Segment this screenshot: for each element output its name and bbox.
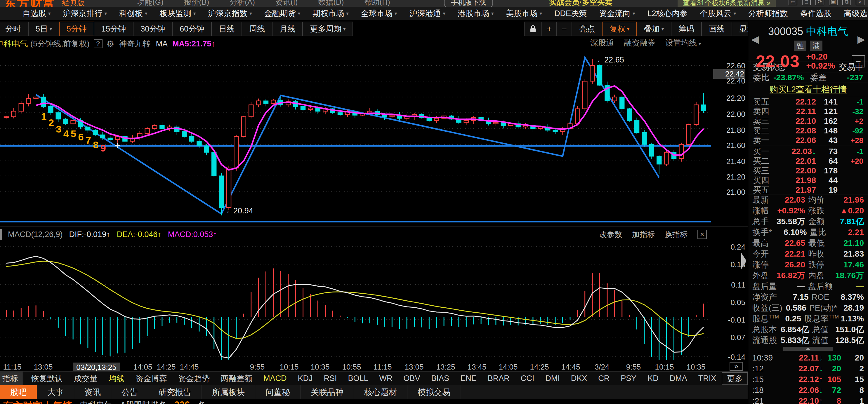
indicator-tab-CCI[interactable]: CCI — [515, 374, 540, 383]
mobile-download-button[interactable]: 手机版下载 — [444, 0, 493, 7]
period-button-周线[interactable]: 周线 — [242, 22, 273, 36]
menu-item-板块监测[interactable]: 板块监测▾ — [154, 8, 202, 19]
menu-item-个股风云[interactable]: 个股风云▾ — [694, 8, 742, 19]
indicator-tab-BIAS[interactable]: BIAS — [426, 374, 455, 383]
pane-grip-handle[interactable] — [0, 229, 2, 240]
ma-label[interactable]: MA — [156, 39, 168, 48]
period-button-更多周期[interactable]: 更多周期▾ — [302, 22, 353, 36]
indicator-tab-OBV[interactable]: OBV — [398, 374, 426, 383]
period-button-月线[interactable]: 月线 — [272, 22, 303, 36]
indicator-tab-DMA[interactable]: DMA — [664, 374, 693, 383]
indicator-tab-成交量[interactable]: 成交量 — [68, 373, 103, 384]
l2-link[interactable]: 购买L2查看十档行情 — [770, 84, 847, 96]
indicator-tab-资金趋势[interactable]: 资金趋势 — [173, 373, 215, 384]
period-button-日线[interactable]: 日线 — [211, 22, 242, 36]
vip-banner[interactable]: 实战会员·多空买卖 — [549, 0, 613, 7]
menu-item-全球市场[interactable]: 全球市场▾ — [355, 8, 403, 19]
menu-item-自选股[interactable]: 自选股▾ — [17, 8, 57, 19]
gear-icon[interactable]: ⚙ — [106, 39, 115, 49]
window-control-icon[interactable]: □ — [802, 0, 811, 5]
indicator-tab-MACD[interactable]: MACD — [258, 374, 292, 383]
macd-tool-加指标[interactable]: 加指标 — [632, 230, 655, 240]
tool-button-筹码[interactable]: 筹码 — [671, 22, 702, 36]
indicator-tab-资金博弈[interactable]: 资金博弈 — [130, 373, 173, 384]
indicator-tab-KDJ[interactable]: KDJ — [292, 374, 318, 383]
indicator-tab-恢复默认[interactable]: 恢复默认 — [26, 373, 68, 384]
macd-chart[interactable] — [0, 242, 711, 362]
help-icon[interactable]: ? — [94, 39, 102, 48]
tool-button-叠加[interactable]: 叠加▾ — [637, 22, 672, 36]
bottom-tab-资讯[interactable]: 资讯 — [74, 385, 111, 399]
title-menu-item[interactable]: 报价(B) — [184, 0, 209, 7]
news-notice-banner[interactable]: 查看31个板块6条最新消息 » — [678, 0, 776, 7]
indicator-tab-更多[interactable]: 更多 — [722, 372, 748, 385]
title-menu-item[interactable]: 分析(A) — [229, 0, 255, 7]
window-control-icon[interactable]: ▭ — [788, 0, 797, 5]
bottom-tab-问董秘[interactable]: 问董秘 — [255, 385, 301, 399]
indicator-tab-WR[interactable]: WR — [374, 374, 398, 383]
menu-item-高级选股[interactable]: 高级选股 — [838, 8, 868, 19]
menu-item-DDE决策[interactable]: DDE决策 — [548, 8, 593, 19]
bottom-tab-研究报告[interactable]: 研究报告 — [148, 385, 202, 399]
menu-item-沪深京指数[interactable]: 沪深京指数▾ — [202, 8, 258, 19]
tool-button-复权[interactable]: 复权▾ — [602, 22, 637, 36]
bottom-tab-公告[interactable]: 公告 — [111, 385, 148, 399]
macd-tool-改参数[interactable]: 改参数 — [599, 230, 622, 240]
close-icon[interactable]: × — [698, 230, 707, 239]
indicator-tab-DMI[interactable]: DMI — [540, 374, 565, 383]
panel-minimize-button[interactable]: − — [851, 55, 865, 67]
header-link-融资融券[interactable]: 融资融券 — [624, 38, 655, 48]
bottom-tab-大事[interactable]: 大事 — [37, 385, 74, 399]
period-button-5分钟[interactable]: 5分钟 — [59, 22, 94, 36]
indicator-tab-RSI[interactable]: RSI — [318, 374, 343, 383]
stats-collapse-handle[interactable] — [748, 346, 868, 352]
menu-item-美股市场[interactable]: 美股市场▾ — [500, 8, 548, 19]
macd-tool-换指标[interactable]: 换指标 — [665, 230, 687, 240]
menu-item-沪深京排行[interactable]: 沪深京排行▾ — [57, 8, 113, 19]
menu-item-港股市场[interactable]: 港股市场▾ — [452, 8, 500, 19]
menu-item-分析师指数[interactable]: 分析师指数 — [742, 8, 794, 19]
menu-item-科创板[interactable]: 科创板▾ — [113, 8, 154, 19]
indicator-tab-ENE[interactable]: ENE — [455, 374, 482, 383]
window-control-icon[interactable]: ⟳ — [815, 0, 824, 5]
indicator-tab-指标[interactable]: 指标 — [0, 372, 23, 385]
period-button-15分钟[interactable]: 15分钟 — [94, 22, 133, 36]
indicator-tab-TRIX[interactable]: TRIX — [693, 374, 722, 383]
menu-item-L2核心内参[interactable]: L2核心内参 — [641, 8, 694, 19]
window-control-icon[interactable]: ⧉ — [842, 0, 851, 5]
tool-button-画线[interactable]: 画线 — [701, 22, 732, 36]
candlestick-chart[interactable]: 123456789←22.65←20.94+ — [0, 50, 711, 226]
period-button-30分钟[interactable]: 30分钟 — [133, 22, 173, 36]
panel-collapse-arrow[interactable] — [741, 253, 746, 269]
menu-item-资金流向[interactable]: 资金流向▾ — [593, 8, 641, 19]
indicator-tab-BRAR[interactable]: BRAR — [482, 374, 515, 383]
indicator-tab-BOLL[interactable]: BOLL — [343, 374, 374, 383]
menu-item-沪深港通[interactable]: 沪深港通▾ — [403, 8, 452, 19]
tool-button-+[interactable]: + — [541, 22, 557, 36]
window-control-icon[interactable]: × — [856, 0, 865, 5]
period-button-5日[interactable]: 5日▾ — [28, 22, 60, 36]
title-menu-item[interactable]: 数据(D) — [318, 0, 344, 7]
period-button-60分钟[interactable]: 60分钟 — [172, 22, 212, 36]
tool-button-−[interactable]: − — [556, 22, 572, 36]
menu-item-金融期货[interactable]: 金融期货▾ — [258, 8, 307, 19]
prev-stock-arrow[interactable]: ◀ — [751, 33, 759, 45]
magic-nine-label[interactable]: 神奇九转 — [119, 38, 150, 49]
tool-button-亮点[interactable]: 亮点 — [571, 22, 602, 36]
indicator-tab-PSY[interactable]: PSY — [615, 374, 642, 383]
header-link-设置均线[interactable]: 设置均线▾ — [665, 38, 701, 48]
indicator-tab-CR[interactable]: CR — [593, 374, 615, 383]
title-menu-item[interactable]: 资讯(I) — [275, 0, 298, 7]
bottom-tab-所属板块[interactable]: 所属板块 — [202, 385, 255, 399]
indicator-tab-KD[interactable]: KD — [642, 374, 664, 383]
bottom-tab-核心题材[interactable]: 核心题材 — [354, 385, 407, 399]
next-stock-arrow[interactable]: ▶ — [858, 33, 865, 45]
lock-icon[interactable] — [524, 22, 542, 36]
period-button-分时[interactable]: 分时 — [0, 22, 29, 36]
title-menu-item[interactable]: 功能(G) — [137, 0, 163, 7]
bottom-tab-模拟交易[interactable]: 模拟交易 — [407, 385, 461, 399]
window-control-icon[interactable]: ▣ — [829, 0, 838, 5]
indicator-tab-两融差额[interactable]: 两融差额 — [215, 373, 258, 384]
header-link-深股通[interactable]: 深股通 — [590, 38, 614, 48]
indicator-tab-均线[interactable]: 均线 — [103, 373, 130, 384]
